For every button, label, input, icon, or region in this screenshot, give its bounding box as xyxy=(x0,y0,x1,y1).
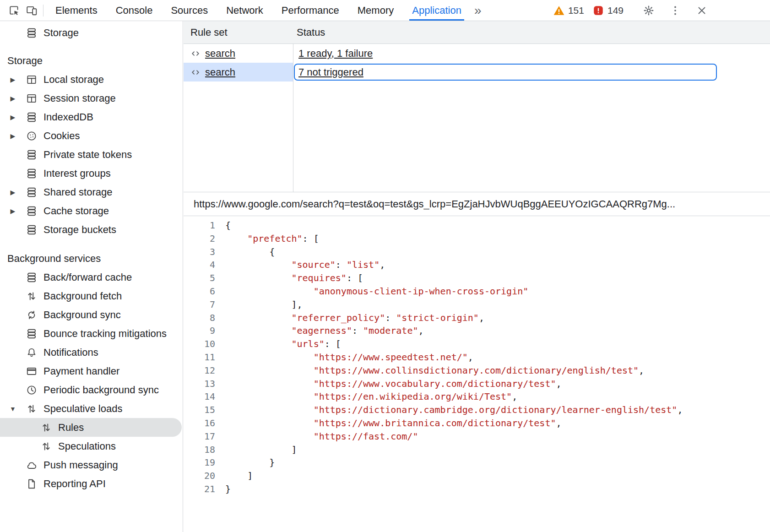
code-text: "https://www.collinsdictionary.com/dicti… xyxy=(215,364,644,377)
sidebar-item-label: Shared storage xyxy=(43,186,112,198)
sidebar-item-speculations[interactable]: Speculations xyxy=(0,437,183,456)
sidebar-item-background-fetch[interactable]: Background fetch xyxy=(0,287,183,305)
sidebar-item-reporting-api[interactable]: Reporting API xyxy=(0,474,183,493)
device-toolbar-button[interactable] xyxy=(23,2,40,19)
sidebar-item-payment-handler[interactable]: Payment handler xyxy=(0,362,183,380)
application-panel-sidebar: Storage Storage ▶ Local storage ▶ Sessio… xyxy=(0,21,183,532)
line-number: 4 xyxy=(184,258,215,271)
sidebar-item-label: Background sync xyxy=(43,309,121,321)
expand-arrow-icon[interactable]: ▶ xyxy=(0,207,26,215)
line-number: 5 xyxy=(184,271,215,285)
code-line: 10 "urls": [ xyxy=(184,337,770,351)
sidebar-item-label: Speculations xyxy=(58,440,116,452)
warnings-indicator[interactable]: 151 xyxy=(553,5,584,16)
expand-arrow-icon[interactable]: ▶ xyxy=(0,132,26,140)
code-line: 8 "referrer_policy": "strict-origin", xyxy=(184,311,770,325)
settings-button[interactable] xyxy=(640,2,657,19)
sidebar-item-interest-groups[interactable]: Interest groups xyxy=(0,164,183,183)
inspect-icon xyxy=(8,5,20,16)
sidebar-item-storage-overview[interactable]: Storage xyxy=(0,23,183,42)
menu-button[interactable] xyxy=(667,2,684,19)
code-line: 21} xyxy=(184,483,770,496)
code-text: ] xyxy=(215,469,253,483)
code-text: } xyxy=(215,456,275,469)
code-text: "https://dictionary.cambridge.org/dictio… xyxy=(215,403,683,417)
collapse-arrow-icon[interactable]: ▼ xyxy=(0,405,26,413)
cloud-icon xyxy=(26,459,38,471)
sidebar-item-background-sync[interactable]: Background sync xyxy=(0,305,183,324)
rule-set-icon xyxy=(190,67,201,78)
code-line: 16 "https://www.britannica.com/dictionar… xyxy=(184,417,770,430)
tab-sources[interactable]: Sources xyxy=(162,0,217,21)
sidebar-item-private-state-tokens[interactable]: Private state tokens xyxy=(0,145,183,164)
line-number: 20 xyxy=(184,469,215,483)
close-devtools-button[interactable] xyxy=(693,2,710,19)
rule-set-link[interactable]: search xyxy=(205,66,235,78)
expand-arrow-icon[interactable]: ▶ xyxy=(0,114,26,121)
database-icon xyxy=(26,27,38,39)
sidebar-item-push-messaging[interactable]: Push messaging xyxy=(0,456,183,474)
code-text: ] xyxy=(215,443,297,456)
sidebar-item-session-storage[interactable]: ▶ Session storage xyxy=(0,89,183,108)
code-text: { xyxy=(215,245,275,259)
tab-application[interactable]: Application xyxy=(403,0,471,21)
selected-status-cell[interactable]: 7 not triggered xyxy=(294,64,717,81)
expand-arrow-icon[interactable]: ▶ xyxy=(0,76,26,83)
json-viewer[interactable]: 1{2 "prefetch": [3 {4 "source": "list",5… xyxy=(184,216,770,532)
grid-header: Rule set Status xyxy=(184,21,770,44)
line-number: 15 xyxy=(184,403,215,417)
status-link[interactable]: 7 not triggered xyxy=(298,66,363,78)
issues-indicator[interactable]: 149 xyxy=(592,5,624,16)
code-line: 11 "https://www.speedtest.net/", xyxy=(184,351,770,364)
up-down-arrows-icon xyxy=(40,440,52,452)
tab-network[interactable]: Network xyxy=(217,0,272,21)
code-line: 3 { xyxy=(184,245,770,259)
tab-console[interactable]: Console xyxy=(107,0,162,21)
sidebar-item-speculative-loads[interactable]: ▼ Speculative loads xyxy=(0,399,183,418)
code-line: 5 "requires": [ xyxy=(184,271,770,285)
sidebar-item-notifications[interactable]: Notifications xyxy=(0,343,183,362)
sidebar-item-label: Payment handler xyxy=(43,365,119,377)
sidebar-item-label: Storage xyxy=(43,27,79,39)
clock-icon xyxy=(26,384,38,396)
database-icon xyxy=(26,328,38,340)
expand-arrow-icon[interactable]: ▶ xyxy=(0,95,26,102)
sidebar-item-back-forward-cache[interactable]: Back/forward cache xyxy=(0,268,183,287)
sidebar-item-storage-buckets[interactable]: Storage buckets xyxy=(0,220,183,239)
code-line: 6 "anonymous-client-ip-when-cross-origin… xyxy=(184,285,770,298)
sidebar-item-label: Bounce tracking mitigations xyxy=(43,328,167,340)
tab-elements[interactable]: Elements xyxy=(46,0,107,21)
sidebar-item-label: Reporting API xyxy=(43,478,106,490)
rule-set-link[interactable]: search xyxy=(205,48,235,60)
column-header-rule-set[interactable]: Rule set xyxy=(184,21,293,43)
code-line: 1{ xyxy=(184,219,770,232)
code-line: 14 "https://en.wikipedia.org/wiki/Test", xyxy=(184,390,770,403)
sidebar-item-label: Notifications xyxy=(43,347,98,358)
sidebar-item-shared-storage[interactable]: ▶ Shared storage xyxy=(0,183,183,201)
inspect-element-button[interactable] xyxy=(5,2,23,19)
more-tabs-chevron-icon[interactable]: » xyxy=(471,0,485,21)
sidebar-item-cookies[interactable]: ▶ Cookies xyxy=(0,126,183,145)
tab-performance[interactable]: Performance xyxy=(272,0,348,21)
expand-arrow-icon[interactable]: ▶ xyxy=(0,189,26,196)
tab-memory[interactable]: Memory xyxy=(348,0,403,21)
sidebar-item-label: Cookies xyxy=(43,130,80,142)
sidebar-item-bounce-tracking-mitigations[interactable]: Bounce tracking mitigations xyxy=(0,324,183,343)
column-header-status[interactable]: Status xyxy=(293,21,770,43)
sidebar-item-label: Interest groups xyxy=(43,168,111,179)
sidebar-item-label: Periodic background sync xyxy=(43,384,159,396)
line-number: 18 xyxy=(184,443,215,456)
sidebar-item-periodic-background-sync[interactable]: Periodic background sync xyxy=(0,380,183,399)
sidebar-item-rules[interactable]: Rules xyxy=(0,418,182,437)
code-line: 19 } xyxy=(184,456,770,469)
status-link[interactable]: 1 ready, 1 failure xyxy=(298,48,373,60)
rule-set-row[interactable]: search 1 ready, 1 failure xyxy=(184,44,770,63)
sidebar-item-local-storage[interactable]: ▶ Local storage xyxy=(0,70,183,89)
sidebar-item-indexeddb[interactable]: ▶ IndexedDB xyxy=(0,108,183,126)
sidebar-item-label: Back/forward cache xyxy=(43,271,132,283)
rule-set-row-selected[interactable]: search 7 not triggered xyxy=(184,63,770,81)
code-text: "referrer_policy": "strict-origin", xyxy=(215,311,484,325)
sidebar-item-label: Rules xyxy=(58,422,84,434)
devtools-toolbar: Elements Console Sources Network Perform… xyxy=(0,0,770,21)
sidebar-item-cache-storage[interactable]: ▶ Cache storage xyxy=(0,201,183,220)
